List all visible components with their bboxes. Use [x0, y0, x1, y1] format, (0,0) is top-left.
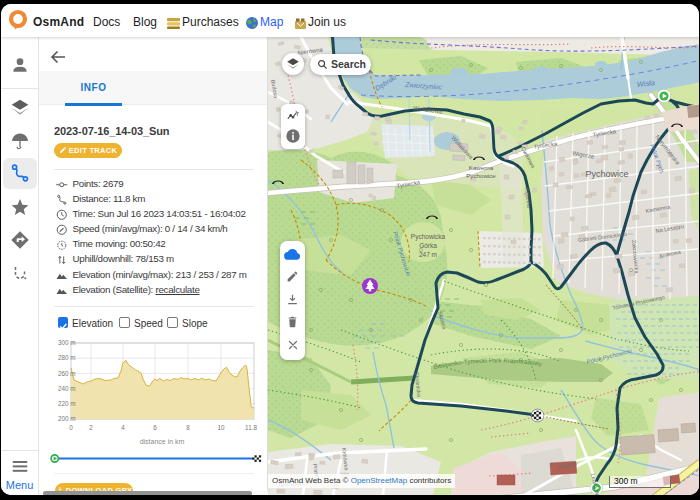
svg-text:240 m: 240 m: [58, 385, 76, 392]
svg-text:0: 0: [69, 424, 73, 431]
svg-text:Pychowice: Pychowice: [466, 172, 496, 179]
svg-text:Górka: Górka: [419, 242, 437, 249]
svg-text:4: 4: [121, 424, 125, 431]
svg-text:11.8: 11.8: [245, 424, 257, 431]
svg-text:220 m: 220 m: [58, 400, 76, 407]
svg-text:10: 10: [217, 424, 225, 431]
svg-text:Pychowice: Pychowice: [585, 169, 628, 179]
svg-text:8: 8: [186, 424, 190, 431]
svg-text:2: 2: [89, 424, 93, 431]
svg-text:247 m: 247 m: [419, 251, 437, 258]
svg-text:Wisła: Wisła: [636, 78, 655, 89]
svg-text:6: 6: [153, 424, 157, 431]
svg-text:Kawerna: Kawerna: [469, 164, 494, 171]
svg-text:300 m: 300 m: [58, 339, 76, 346]
svg-text:200 m: 200 m: [58, 415, 76, 422]
svg-text:distance in km: distance in km: [140, 438, 185, 445]
svg-text:260 m: 260 m: [58, 370, 76, 377]
svg-text:Pychowicka: Pychowicka: [411, 233, 446, 241]
svg-text:280 m: 280 m: [58, 354, 76, 361]
